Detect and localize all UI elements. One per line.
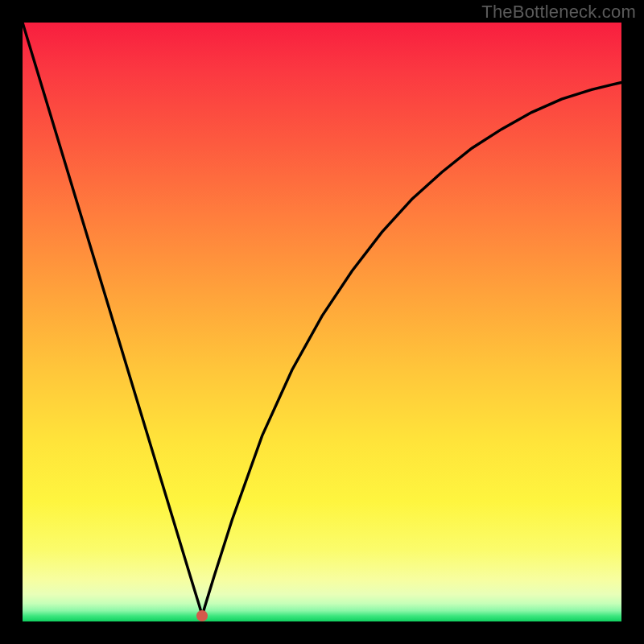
bottleneck-curve <box>23 23 621 621</box>
plot-area <box>23 23 621 621</box>
chart-frame: TheBottleneck.com <box>0 0 644 644</box>
minimum-point-dot <box>196 610 208 621</box>
watermark-label: TheBottleneck.com <box>481 2 636 23</box>
